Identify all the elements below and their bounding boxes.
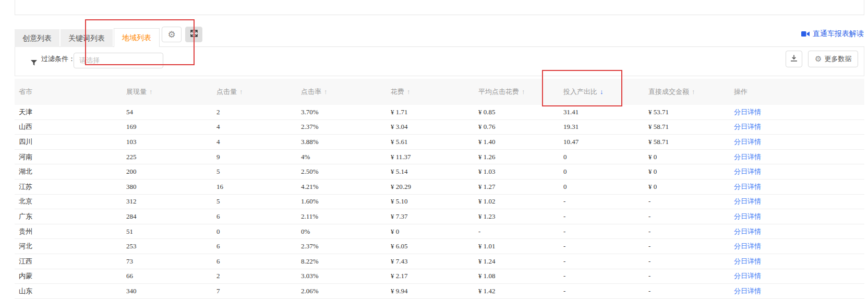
province-cell: 内蒙 (19, 271, 126, 281)
province-cell: 北京 (19, 197, 126, 206)
sort-asc-icon: ↑ (407, 88, 411, 96)
daily-detail-link[interactable]: 分日详情 (734, 137, 864, 147)
value-cell: 2.11% (301, 212, 391, 221)
province-cell: 四川 (19, 137, 126, 147)
table-row: 山西16942.37%¥ 3.04¥ 0.7619.31¥ 58.71分日详情 (15, 120, 864, 135)
daily-detail-link[interactable]: 分日详情 (734, 197, 864, 206)
expand-icon (190, 30, 198, 39)
value-cell: - (563, 242, 648, 250)
table-row: 湖北20052.50%¥ 5.14¥ 1.030¥ 0分日详情 (15, 164, 864, 180)
value-cell: ¥ 1.42 (478, 287, 563, 295)
value-cell: - (648, 212, 734, 221)
table-row: 江苏380164.21%¥ 20.29¥ 1.270¥ 0分日详情 (15, 180, 864, 195)
daily-detail-link[interactable]: 分日详情 (734, 286, 864, 296)
province-cell: 山东 (19, 286, 126, 296)
province-cell: 河北 (19, 242, 126, 251)
value-cell: 2.50% (301, 168, 391, 176)
daily-detail-link[interactable]: 分日详情 (734, 122, 864, 131)
column-header-7[interactable]: 直接成交金额↑ (648, 79, 734, 105)
value-cell: 54 (126, 108, 216, 116)
column-header-1[interactable]: 展现量↑ (126, 79, 216, 105)
value-cell: 0 (563, 153, 648, 161)
value-cell: 340 (126, 287, 216, 295)
value-cell: ¥ 1.27 (478, 183, 563, 191)
daily-detail-link[interactable]: 分日详情 (734, 227, 864, 236)
value-cell: 225 (126, 153, 216, 161)
value-cell: - (648, 242, 734, 250)
filter-select-input[interactable] (74, 53, 163, 68)
column-label: 点击率 (301, 87, 321, 97)
daily-detail-link[interactable]: 分日详情 (734, 271, 864, 281)
province-cell: 湖北 (19, 167, 126, 176)
value-cell: ¥ 1.26 (478, 153, 563, 161)
value-cell: ¥ 1.23 (478, 212, 563, 221)
value-cell: ¥ 0.76 (478, 123, 563, 131)
column-label: 花费 (391, 87, 404, 97)
daily-detail-link[interactable]: 分日详情 (734, 182, 864, 192)
daily-detail-link[interactable]: 分日详情 (734, 152, 864, 162)
sort-desc-icon: ↓ (600, 88, 604, 96)
daily-detail-link[interactable]: 分日详情 (734, 107, 864, 117)
column-label: 点击量 (216, 87, 237, 97)
value-cell: ¥ 2.17 (391, 272, 478, 280)
value-cell: - (563, 197, 648, 206)
table-row: 河北25362.37%¥ 6.05¥ 1.01--分日详情 (15, 239, 864, 254)
value-cell: 0 (216, 228, 301, 236)
download-button[interactable] (786, 51, 802, 67)
province-cell: 河南 (19, 152, 126, 162)
column-header-5[interactable]: 平均点击花费↑ (478, 79, 563, 105)
column-header-3[interactable]: 点击率↑ (301, 79, 391, 105)
value-cell: ¥ 0 (648, 183, 734, 191)
column-header-4[interactable]: 花费↑ (391, 79, 478, 105)
table-row: 天津5423.70%¥ 1.71¥ 0.8531.41¥ 53.71分日详情 (15, 105, 864, 120)
table-row: 广东28462.11%¥ 7.37¥ 1.23--分日详情 (15, 209, 864, 224)
column-header-6[interactable]: 投入产出比↓ (563, 79, 648, 105)
value-cell: ¥ 1.24 (478, 257, 563, 266)
gear-icon: ⚙ (167, 29, 175, 40)
province-cell: 江西 (19, 257, 126, 266)
value-cell: 73 (126, 257, 216, 266)
sort-asc-icon: ↑ (522, 88, 525, 96)
daily-detail-link[interactable]: 分日详情 (734, 167, 864, 176)
value-cell: 66 (126, 272, 216, 280)
column-header-2[interactable]: 点击量↑ (216, 79, 301, 105)
value-cell: 6 (216, 242, 301, 250)
value-cell: - (563, 212, 648, 221)
value-cell: ¥ 11.37 (391, 153, 478, 161)
table-header: 省市展现量↑点击量↑点击率↑花费↑平均点击花费↑投入产出比↓直接成交金额↑操作 (15, 79, 864, 105)
value-cell: ¥ 1.01 (478, 242, 563, 250)
filter-panel: 过滤条件： ⚙ 更多数据 (15, 47, 864, 76)
value-cell: 4.21% (301, 183, 391, 191)
province-cell: 山西 (19, 122, 126, 131)
table-row: 江西7368.22%¥ 7.43¥ 1.24--分日详情 (15, 254, 864, 269)
fullscreen-button[interactable] (185, 27, 202, 42)
column-settings-button[interactable]: ⚙ (162, 27, 182, 42)
value-cell: ¥ 58.71 (648, 138, 734, 146)
value-cell: ¥ 5.14 (391, 168, 478, 176)
value-cell: 3.70% (301, 108, 391, 116)
more-data-button[interactable]: ⚙ 更多数据 (808, 51, 858, 67)
filter-funnel-icon (31, 58, 37, 68)
column-header-8: 操作 (734, 79, 864, 105)
tab-creative-list[interactable]: 创意列表 (15, 29, 59, 47)
value-cell: - (563, 272, 648, 280)
table-row: 内蒙6623.03%¥ 2.17¥ 1.08--分日详情 (15, 269, 864, 284)
column-label: 展现量 (126, 87, 147, 97)
daily-detail-link[interactable]: 分日详情 (734, 242, 864, 251)
tab-region-list[interactable]: 地域列表 (114, 28, 160, 47)
daily-detail-link[interactable]: 分日详情 (734, 257, 864, 266)
sort-asc-icon: ↑ (239, 88, 243, 96)
value-cell: 6 (216, 257, 301, 266)
value-cell: 312 (126, 197, 216, 206)
value-cell: 380 (126, 183, 216, 191)
table-row: 山东34072.06%¥ 9.94¥ 1.42--分日详情 (15, 284, 864, 299)
value-cell: 5 (216, 197, 301, 206)
daily-detail-link[interactable]: 分日详情 (734, 212, 864, 221)
value-cell: 3.88% (301, 138, 391, 146)
table-row: 四川10343.88%¥ 5.61¥ 1.4010.47¥ 58.71分日详情 (15, 135, 864, 150)
value-cell: 4% (301, 153, 391, 161)
tab-keyword-list[interactable]: 关键词列表 (61, 29, 113, 47)
value-cell: 2 (216, 108, 301, 116)
value-cell: 200 (126, 168, 216, 176)
province-cell: 广东 (19, 212, 126, 221)
